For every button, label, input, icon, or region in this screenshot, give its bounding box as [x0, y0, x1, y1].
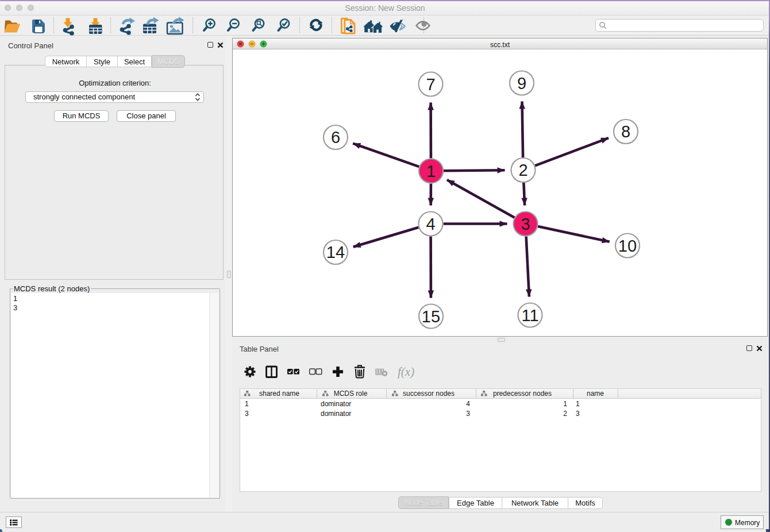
svg-text:4: 4: [426, 215, 435, 233]
svg-text:MCDS role: MCDS role: [334, 390, 368, 398]
svg-text:2: 2: [518, 161, 528, 179]
svg-text:dominator: dominator: [321, 400, 351, 408]
svg-text:8: 8: [621, 122, 630, 141]
svg-text:successor nodes: successor nodes: [403, 390, 455, 398]
svg-text:9: 9: [517, 74, 526, 92]
svg-text:3: 3: [245, 410, 249, 418]
svg-text:6: 6: [331, 128, 340, 147]
svg-text:10: 10: [618, 237, 637, 255]
svg-text:dominator: dominator: [321, 410, 351, 418]
svg-text:4: 4: [466, 400, 470, 408]
svg-text:predecessor nodes: predecessor nodes: [493, 390, 552, 398]
svg-text:3: 3: [466, 410, 470, 418]
svg-text:14: 14: [326, 243, 345, 261]
svg-text:11: 11: [521, 306, 538, 325]
svg-text:name: name: [587, 390, 604, 398]
svg-text:3: 3: [576, 410, 580, 418]
svg-text:1: 1: [426, 162, 436, 180]
svg-text:7: 7: [426, 75, 435, 94]
svg-text:1: 1: [563, 400, 567, 408]
svg-text:1: 1: [576, 400, 580, 408]
svg-text:1: 1: [245, 400, 249, 408]
svg-text:f(x): f(x): [398, 365, 414, 379]
svg-text:3: 3: [521, 215, 530, 233]
svg-text:shared name: shared name: [259, 390, 299, 398]
svg-text:15: 15: [422, 307, 440, 326]
svg-text:2: 2: [563, 410, 567, 418]
